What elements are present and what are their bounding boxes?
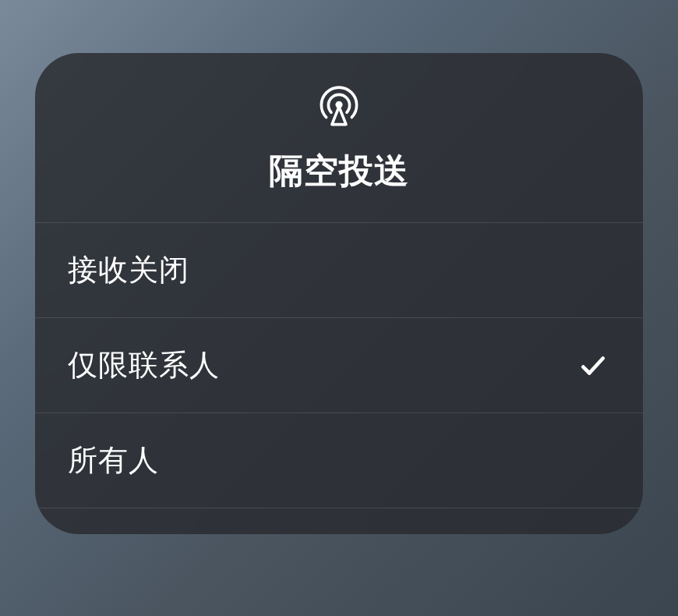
option-label: 所有人: [68, 441, 159, 480]
option-label: 仅限联系人: [68, 345, 220, 385]
bottom-spacer: [35, 508, 643, 534]
option-receiving-off[interactable]: 接收关闭: [35, 222, 643, 317]
panel-title: 隔空投送: [269, 148, 409, 194]
option-everyone[interactable]: 所有人: [35, 412, 643, 508]
airdrop-panel: 隔空投送 接收关闭 仅限联系人 所有人: [35, 53, 643, 534]
option-label: 接收关闭: [68, 250, 189, 290]
option-contacts-only[interactable]: 仅限联系人: [35, 317, 643, 412]
airdrop-icon: [316, 83, 362, 129]
panel-header: 隔空投送: [35, 53, 643, 222]
check-icon: [576, 349, 610, 383]
options-list: 接收关闭 仅限联系人 所有人: [35, 222, 643, 534]
